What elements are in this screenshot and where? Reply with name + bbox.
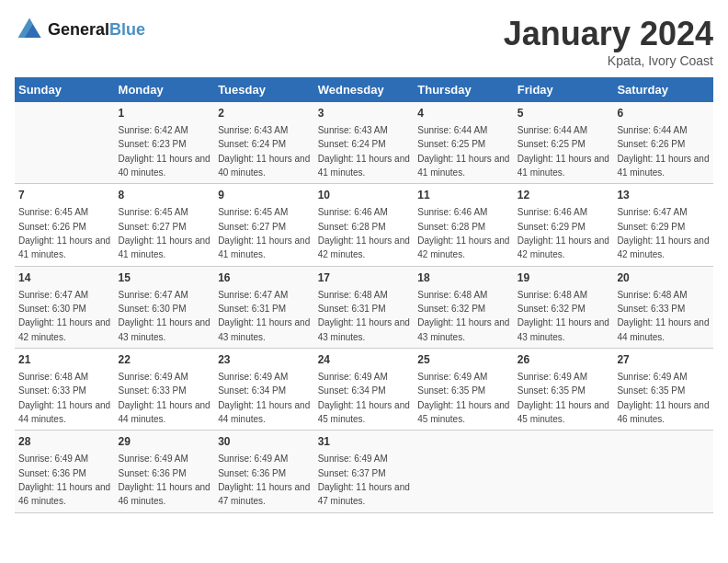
cell-info: Sunrise: 6:44 AMSunset: 6:25 PMDaylight:… [417,125,509,178]
cell-info: Sunrise: 6:48 AMSunset: 6:33 PMDaylight:… [617,290,709,342]
calendar-cell: 24 Sunrise: 6:49 AMSunset: 6:34 PMDaylig… [314,349,415,431]
day-number: 11 [417,188,510,203]
cell-info: Sunrise: 6:45 AMSunset: 6:27 PMDaylight:… [218,207,310,259]
cell-info: Sunrise: 6:43 AMSunset: 6:24 PMDaylight:… [218,125,310,178]
day-header-wednesday: Wednesday [314,77,415,102]
day-number: 17 [318,270,411,286]
cell-info: Sunrise: 6:46 AMSunset: 6:29 PMDaylight:… [518,207,609,259]
cell-info: Sunrise: 6:49 AMSunset: 6:35 PMDaylight:… [417,372,509,424]
calendar-cell: 10 Sunrise: 6:46 AMSunset: 6:28 PMDaylig… [314,184,415,266]
main-title: January 2024 [504,15,713,53]
calendar-cell: 12 Sunrise: 6:46 AMSunset: 6:29 PMDaylig… [514,184,614,266]
calendar-cell: 6 Sunrise: 6:44 AMSunset: 6:26 PMDayligh… [613,102,713,184]
day-number: 20 [617,270,710,286]
cell-info: Sunrise: 6:49 AMSunset: 6:36 PMDaylight:… [218,454,310,506]
calendar-cell: 25 Sunrise: 6:49 AMSunset: 6:35 PMDaylig… [414,349,514,431]
calendar-cell: 29 Sunrise: 6:49 AMSunset: 6:36 PMDaylig… [115,431,215,512]
cell-info: Sunrise: 6:42 AMSunset: 6:23 PMDaylight:… [119,125,210,178]
day-header-tuesday: Tuesday [214,77,314,102]
cell-info: Sunrise: 6:47 AMSunset: 6:29 PMDaylight:… [617,207,709,259]
calendar-cell [414,431,514,512]
calendar-cell: 1 Sunrise: 6:42 AMSunset: 6:23 PMDayligh… [115,102,215,184]
day-header-thursday: Thursday [414,77,514,102]
day-number: 18 [417,270,510,286]
cell-info: Sunrise: 6:49 AMSunset: 6:34 PMDaylight:… [318,372,410,424]
calendar-cell: 14 Sunrise: 6:47 AMSunset: 6:30 PMDaylig… [15,266,115,348]
cell-info: Sunrise: 6:48 AMSunset: 6:31 PMDaylight:… [318,290,410,342]
day-number: 1 [119,106,211,121]
day-header-sunday: Sunday [15,77,115,102]
calendar-cell: 22 Sunrise: 6:49 AMSunset: 6:33 PMDaylig… [115,349,215,431]
cell-info: Sunrise: 6:49 AMSunset: 6:36 PMDaylight:… [18,454,110,506]
calendar-cell: 9 Sunrise: 6:45 AMSunset: 6:27 PMDayligh… [214,184,314,266]
day-number: 28 [18,434,111,450]
day-number: 30 [218,434,311,450]
day-number: 6 [617,106,710,121]
cell-info: Sunrise: 6:47 AMSunset: 6:30 PMDaylight:… [119,290,210,342]
day-number: 23 [218,352,311,368]
calendar-table: SundayMondayTuesdayWednesdayThursdayFrid… [15,77,713,513]
day-number: 13 [617,188,710,203]
calendar-cell: 2 Sunrise: 6:43 AMSunset: 6:24 PMDayligh… [214,102,314,184]
day-number: 29 [119,434,211,450]
day-number: 25 [417,352,510,368]
calendar-cell: 5 Sunrise: 6:44 AMSunset: 6:25 PMDayligh… [514,102,614,184]
day-number: 24 [318,352,411,368]
calendar-cell: 15 Sunrise: 6:47 AMSunset: 6:30 PMDaylig… [115,266,215,348]
day-number: 19 [518,270,610,286]
logo-text: GeneralBlue [48,20,145,40]
cell-info: Sunrise: 6:49 AMSunset: 6:33 PMDaylight:… [119,372,210,424]
calendar-cell: 18 Sunrise: 6:48 AMSunset: 6:32 PMDaylig… [414,266,514,348]
header-row: SundayMondayTuesdayWednesdayThursdayFrid… [15,77,713,102]
day-number: 26 [518,352,610,368]
logo-icon [15,15,44,44]
day-number: 4 [417,106,510,121]
cell-info: Sunrise: 6:44 AMSunset: 6:25 PMDaylight:… [518,125,609,178]
calendar-cell: 11 Sunrise: 6:46 AMSunset: 6:28 PMDaylig… [414,184,514,266]
day-header-monday: Monday [115,77,215,102]
title-block: January 2024 Kpata, Ivory Coast [504,15,713,68]
cell-info: Sunrise: 6:47 AMSunset: 6:30 PMDaylight:… [18,290,110,342]
day-number: 12 [518,188,610,203]
cell-info: Sunrise: 6:49 AMSunset: 6:37 PMDaylight:… [318,454,410,506]
day-header-friday: Friday [514,77,614,102]
calendar-cell: 27 Sunrise: 6:49 AMSunset: 6:35 PMDaylig… [613,349,713,431]
calendar-cell [613,431,713,512]
calendar-cell: 16 Sunrise: 6:47 AMSunset: 6:31 PMDaylig… [214,266,314,348]
week-row-1: 1 Sunrise: 6:42 AMSunset: 6:23 PMDayligh… [15,102,713,184]
cell-info: Sunrise: 6:47 AMSunset: 6:31 PMDaylight:… [218,290,310,342]
week-row-3: 14 Sunrise: 6:47 AMSunset: 6:30 PMDaylig… [15,266,713,348]
cell-info: Sunrise: 6:48 AMSunset: 6:32 PMDaylight:… [417,290,509,342]
day-number: 10 [318,188,411,203]
day-number: 7 [18,188,111,203]
calendar-cell: 28 Sunrise: 6:49 AMSunset: 6:36 PMDaylig… [15,431,115,512]
cell-info: Sunrise: 6:43 AMSunset: 6:24 PMDaylight:… [318,125,410,178]
cell-info: Sunrise: 6:49 AMSunset: 6:35 PMDaylight:… [518,372,609,424]
calendar-cell: 20 Sunrise: 6:48 AMSunset: 6:33 PMDaylig… [613,266,713,348]
day-number: 5 [518,106,610,121]
calendar-cell: 7 Sunrise: 6:45 AMSunset: 6:26 PMDayligh… [15,184,115,266]
day-number: 15 [119,270,211,286]
day-number: 31 [318,434,411,450]
day-number: 27 [617,352,710,368]
subtitle: Kpata, Ivory Coast [504,53,713,68]
calendar-cell: 21 Sunrise: 6:48 AMSunset: 6:33 PMDaylig… [15,349,115,431]
day-number: 3 [318,106,411,121]
cell-info: Sunrise: 6:46 AMSunset: 6:28 PMDaylight:… [318,207,410,259]
calendar-cell: 8 Sunrise: 6:45 AMSunset: 6:27 PMDayligh… [115,184,215,266]
day-number: 22 [119,352,211,368]
week-row-5: 28 Sunrise: 6:49 AMSunset: 6:36 PMDaylig… [15,431,713,512]
day-number: 21 [18,352,111,368]
logo: GeneralBlue [15,15,145,44]
calendar-cell: 30 Sunrise: 6:49 AMSunset: 6:36 PMDaylig… [214,431,314,512]
day-number: 14 [18,270,111,286]
calendar-cell: 4 Sunrise: 6:44 AMSunset: 6:25 PMDayligh… [414,102,514,184]
day-header-saturday: Saturday [613,77,713,102]
cell-info: Sunrise: 6:45 AMSunset: 6:27 PMDaylight:… [119,207,210,259]
cell-info: Sunrise: 6:48 AMSunset: 6:33 PMDaylight:… [18,372,110,424]
cell-info: Sunrise: 6:49 AMSunset: 6:35 PMDaylight:… [617,372,709,424]
day-number: 16 [218,270,311,286]
calendar-cell: 31 Sunrise: 6:49 AMSunset: 6:37 PMDaylig… [314,431,415,512]
week-row-4: 21 Sunrise: 6:48 AMSunset: 6:33 PMDaylig… [15,349,713,431]
cell-info: Sunrise: 6:48 AMSunset: 6:32 PMDaylight:… [518,290,609,342]
